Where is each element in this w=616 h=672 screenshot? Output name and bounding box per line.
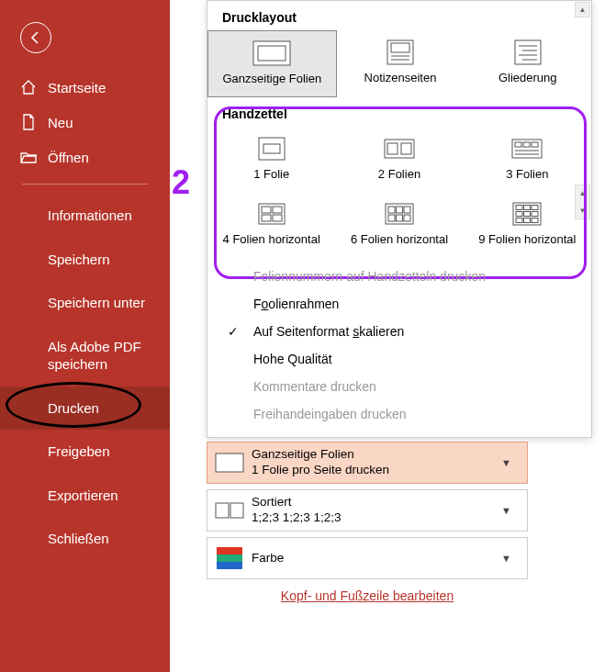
svg-rect-23 [262,207,271,213]
svg-rect-3 [391,43,409,52]
scrollbar-up-button[interactable]: ▲ [575,2,590,17]
handout-2-icon [339,136,459,162]
svg-rect-32 [396,215,402,221]
layout-row: Ganzseitige Folien Notizenseiten Glieder… [207,30,591,97]
handout-4-horizontal[interactable]: 4 Folien horizontal [207,192,335,257]
opt-scale-to-fit[interactable]: ✓Auf Seitenformat skalieren [207,318,591,345]
svg-rect-6 [515,40,541,64]
setting-title: Ganzseitige Folien [252,447,501,463]
svg-rect-45 [216,503,229,518]
svg-rect-12 [263,144,280,153]
setting-color[interactable]: Farbe ▼ [207,537,528,579]
svg-rect-42 [524,218,531,223]
print-settings-area: ▲ ▲▼ Drucklayout Ganzseitige Folien Noti… [207,0,594,603]
svg-rect-30 [404,207,410,213]
svg-rect-40 [532,212,538,217]
sidebar-label: Öffnen [48,150,89,165]
layout-notes-pages[interactable]: Notizenseiten [337,30,465,97]
chevron-down-icon: ▼ [501,457,527,468]
svg-rect-49 [217,562,242,569]
section-title-print-layout: Drucklayout [207,1,591,30]
sidebar-label: Startseite [48,80,106,95]
svg-rect-38 [516,212,522,217]
svg-rect-28 [388,207,395,213]
print-layout-dropdown: ▲ ▲▼ Drucklayout Ganzseitige Folien Noti… [207,0,592,438]
sidebar-separator [22,184,148,185]
new-file-icon [20,114,37,130]
svg-rect-33 [404,215,410,221]
handout-2-slides[interactable]: 2 Folien [335,127,463,192]
handout-1-icon [211,136,331,162]
dropdown-options-list: Foliennummern auf Handzetteln drucken Fo… [207,257,591,437]
open-folder-icon [20,149,37,165]
full-page-slide-icon [212,40,332,66]
backstage-sidebar: Startseite Neu Öffnen Informationen Spei… [0,0,170,672]
svg-rect-19 [532,142,538,147]
handout-6-icon [339,201,459,227]
outline-icon [467,39,588,65]
handout-6-horizontal[interactable]: 6 Folien horizontal [335,192,463,257]
svg-rect-24 [273,207,282,213]
svg-rect-43 [532,218,538,223]
opt-high-quality[interactable]: Hohe Qualität [207,345,591,373]
opt-print-comments: Kommentare drucken [207,373,591,400]
sidebar-item-export[interactable]: Exportieren [0,474,170,518]
svg-rect-41 [516,218,522,223]
svg-rect-29 [396,207,402,213]
handout-3-slides[interactable]: 3 Folien [464,127,591,192]
collate-icon [207,500,252,521]
full-page-slide-icon [207,453,252,473]
notes-page-icon [341,39,461,65]
handout-9-icon [467,201,588,227]
handout-3-icon [467,136,588,162]
svg-rect-37 [532,206,538,210]
sidebar-label: Neu [48,115,73,130]
setting-collate[interactable]: Sortiert 1;2;3 1;2;3 1;2;3 ▼ [207,489,528,532]
layout-full-page-slides[interactable]: Ganzseitige Folien [207,30,337,97]
layout-outline[interactable]: Gliederung [464,30,591,97]
setting-print-layout[interactable]: Ganzseitige Folien 1 Folie pro Seite dru… [207,442,528,484]
svg-rect-46 [230,503,243,518]
handout-9-horizontal[interactable]: 9 Folien horizontal [464,192,591,257]
svg-rect-35 [516,206,522,210]
sidebar-item-share[interactable]: Freigeben [0,430,170,474]
sidebar-item-close[interactable]: Schließen [0,517,170,561]
opt-frame-slides[interactable]: Foolienrahmen [207,290,591,318]
sidebar-item-save-as[interactable]: Speichern unter [0,281,170,325]
sidebar-item-home[interactable]: Startseite [0,70,170,105]
svg-rect-17 [515,142,521,147]
scrollbar-buttons[interactable]: ▲▼ [575,185,590,219]
svg-rect-39 [524,212,531,217]
setting-title: Farbe [252,551,501,566]
sidebar-item-new[interactable]: Neu [0,105,170,140]
color-icon [207,547,252,569]
svg-rect-14 [387,143,398,154]
back-button[interactable] [20,22,51,53]
svg-rect-15 [401,143,411,154]
sidebar-item-open[interactable]: Öffnen [0,140,170,174]
handout-row-1: 1 Folie 2 Folien 3 Folien [207,127,591,192]
handout-1-slide[interactable]: 1 Folie [207,127,335,192]
svg-rect-25 [262,215,271,221]
opt-print-ink: Freihandeingaben drucken [207,400,591,428]
svg-rect-48 [217,554,242,562]
edit-header-footer-link-wrap: Kopf- und Fußzeile bearbeiten [207,588,528,603]
print-settings-stack: Ganzseitige Folien 1 Folie pro Seite dru… [207,442,528,579]
sidebar-item-save-pdf[interactable]: Als Adobe PDF speichern [0,325,170,386]
home-icon [20,79,37,95]
opt-slide-numbers: Foliennummern auf Handzetteln drucken [207,263,591,290]
setting-subtitle: 1 Folie pro Seite drucken [252,463,501,478]
svg-rect-18 [523,142,530,147]
svg-rect-44 [216,454,243,472]
edit-header-footer-link[interactable]: Kopf- und Fußzeile bearbeiten [281,588,454,603]
sidebar-item-save[interactable]: Speichern [0,238,170,282]
svg-rect-47 [217,547,242,554]
sidebar-item-print[interactable]: Drucken [0,386,170,431]
check-icon: ✓ [228,324,239,339]
back-arrow-icon [28,29,44,46]
setting-subtitle: 1;2;3 1;2;3 1;2;3 [252,510,501,526]
svg-rect-36 [524,206,531,210]
section-title-handout: Handzettel [207,97,591,127]
svg-rect-31 [388,215,395,221]
sidebar-item-info[interactable]: Informationen [0,194,170,238]
